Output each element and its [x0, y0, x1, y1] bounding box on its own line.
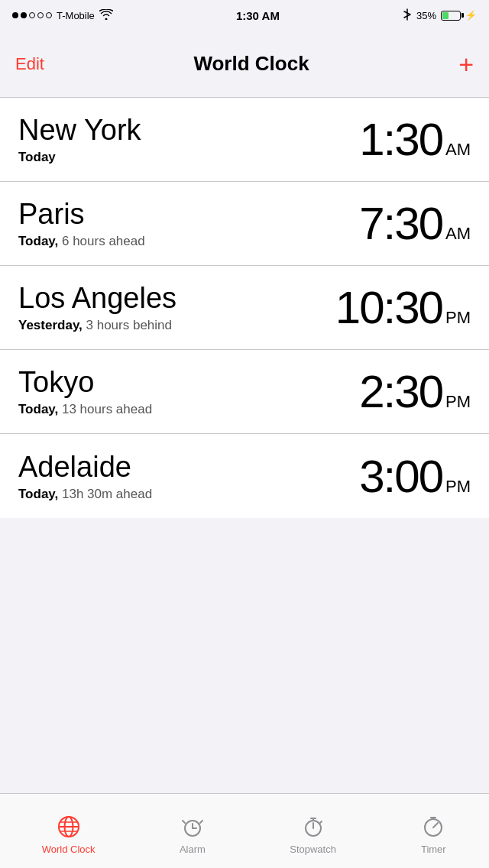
clock-row: Los Angeles Yesterday, 3 hours behind 10…: [0, 266, 489, 350]
clock-row: Adelaide Today, 13h 30m ahead 3:00 PM: [0, 434, 489, 518]
signal-dots: [12, 12, 52, 18]
tab-alarm-label: Alarm: [180, 844, 206, 855]
city-name-0: New York: [18, 114, 141, 147]
clock-left-0: New York Today: [18, 114, 141, 165]
status-bar: T-Mobile 1:30 AM 35% ⚡: [0, 0, 489, 31]
clock-row: Paris Today, 6 hours ahead 7:30 AM: [0, 182, 489, 266]
wifi-icon: [99, 9, 113, 22]
city-name-4: Adelaide: [18, 451, 152, 484]
tab-timer[interactable]: Timer: [419, 807, 447, 855]
signal-dot-2: [21, 12, 27, 18]
status-time: 1:30 AM: [236, 9, 280, 22]
timer-icon: [419, 813, 447, 840]
status-left: T-Mobile: [12, 9, 113, 22]
signal-dot-4: [37, 12, 44, 18]
battery-percent: 35%: [416, 10, 436, 21]
clock-right-2: 10:30 PM: [335, 281, 471, 334]
svg-line-16: [433, 823, 438, 828]
signal-dot-1: [12, 12, 18, 18]
clock-right-1: 7:30 AM: [359, 197, 471, 250]
tab-world-clock[interactable]: World Clock: [42, 807, 96, 855]
tab-stopwatch-label: Stopwatch: [290, 844, 336, 855]
tab-alarm[interactable]: Alarm: [179, 807, 206, 855]
city-detail-2: Yesterday, 3 hours behind: [18, 318, 176, 333]
clock-ampm-2: PM: [445, 308, 471, 328]
clock-time-4: 3:00: [359, 450, 442, 503]
edit-button[interactable]: Edit: [15, 54, 44, 74]
signal-dot-5: [46, 12, 52, 18]
nav-bar: Edit World Clock +: [0, 31, 489, 98]
clock-row: New York Today 1:30 AM: [0, 98, 489, 182]
city-detail-3: Today, 13 hours ahead: [18, 402, 152, 417]
city-name-3: Tokyo: [18, 366, 152, 399]
clock-ampm-1: AM: [445, 224, 471, 244]
clock-left-2: Los Angeles Yesterday, 3 hours behind: [18, 282, 176, 333]
svg-line-9: [200, 821, 202, 823]
clock-time-1: 7:30: [359, 197, 442, 250]
clock-list: New York Today 1:30 AM Paris Today, 6 ho…: [0, 98, 489, 518]
signal-dot-3: [29, 12, 35, 18]
clock-right-3: 2:30 PM: [359, 365, 471, 418]
carrier-label: T-Mobile: [57, 10, 95, 21]
bluetooth-icon: [403, 8, 412, 23]
clock-row: Tokyo Today, 13 hours ahead 2:30 PM: [0, 350, 489, 434]
city-name-1: Paris: [18, 198, 145, 231]
alarm-icon: [179, 813, 206, 840]
battery-icon: [441, 11, 461, 21]
tab-world-clock-label: World Clock: [42, 844, 96, 855]
clock-time-0: 1:30: [359, 113, 442, 166]
charging-icon: ⚡: [465, 10, 477, 21]
clock-right-0: 1:30 AM: [359, 113, 471, 166]
tab-bar: World Clock Alarm Stopwatch: [0, 793, 489, 868]
tab-timer-label: Timer: [421, 844, 446, 855]
city-detail-1: Today, 6 hours ahead: [18, 234, 145, 249]
tab-stopwatch[interactable]: Stopwatch: [290, 807, 336, 855]
clock-left-3: Tokyo Today, 13 hours ahead: [18, 366, 152, 417]
world-clock-icon: [55, 813, 83, 840]
city-detail-4: Today, 13h 30m ahead: [18, 487, 152, 502]
clock-left-4: Adelaide Today, 13h 30m ahead: [18, 451, 152, 502]
clock-time-2: 10:30: [335, 281, 442, 334]
city-detail-0: Today: [18, 150, 141, 165]
clock-ampm-4: PM: [445, 477, 471, 497]
clock-left-1: Paris Today, 6 hours ahead: [18, 198, 145, 249]
add-button[interactable]: +: [458, 51, 474, 77]
clock-time-3: 2:30: [359, 365, 442, 418]
city-name-2: Los Angeles: [18, 282, 176, 315]
clock-ampm-3: PM: [445, 392, 471, 412]
page-title: World Clock: [193, 52, 309, 76]
clock-right-4: 3:00 PM: [359, 450, 471, 503]
stopwatch-icon: [300, 813, 327, 840]
svg-line-14: [320, 821, 322, 823]
svg-line-8: [183, 821, 185, 823]
clock-ampm-0: AM: [445, 140, 471, 160]
status-right: 35% ⚡: [403, 8, 477, 23]
